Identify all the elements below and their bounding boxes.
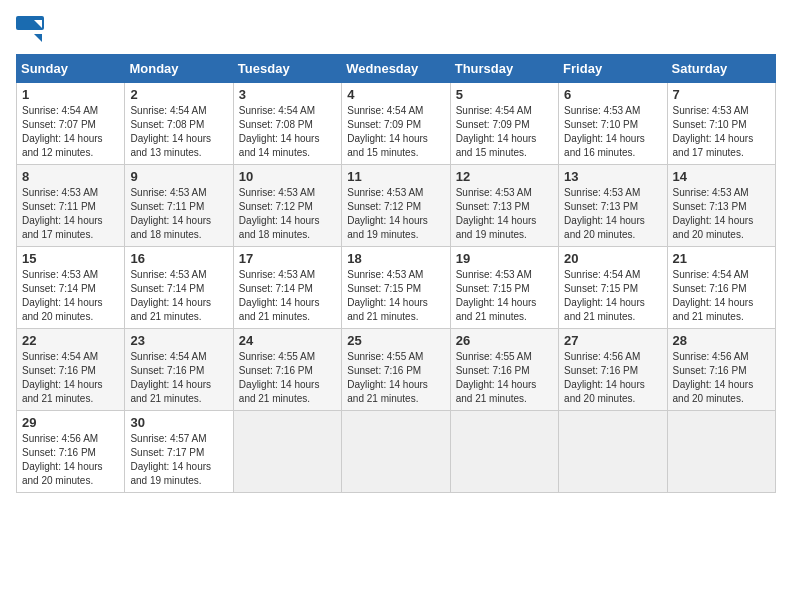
calendar-cell: 7Sunrise: 4:53 AM Sunset: 7:10 PM Daylig… <box>667 83 775 165</box>
day-info: Sunrise: 4:57 AM Sunset: 7:17 PM Dayligh… <box>130 432 227 488</box>
day-number: 3 <box>239 87 336 102</box>
calendar-cell: 20Sunrise: 4:54 AM Sunset: 7:15 PM Dayli… <box>559 247 667 329</box>
day-info: Sunrise: 4:53 AM Sunset: 7:13 PM Dayligh… <box>456 186 553 242</box>
header-day: Monday <box>125 55 233 83</box>
day-info: Sunrise: 4:54 AM Sunset: 7:16 PM Dayligh… <box>22 350 119 406</box>
calendar-week: 15Sunrise: 4:53 AM Sunset: 7:14 PM Dayli… <box>17 247 776 329</box>
day-number: 28 <box>673 333 770 348</box>
calendar-cell: 6Sunrise: 4:53 AM Sunset: 7:10 PM Daylig… <box>559 83 667 165</box>
day-info: Sunrise: 4:54 AM Sunset: 7:07 PM Dayligh… <box>22 104 119 160</box>
calendar-cell: 22Sunrise: 4:54 AM Sunset: 7:16 PM Dayli… <box>17 329 125 411</box>
day-number: 26 <box>456 333 553 348</box>
day-number: 10 <box>239 169 336 184</box>
calendar-cell: 18Sunrise: 4:53 AM Sunset: 7:15 PM Dayli… <box>342 247 450 329</box>
day-number: 25 <box>347 333 444 348</box>
calendar-cell: 9Sunrise: 4:53 AM Sunset: 7:11 PM Daylig… <box>125 165 233 247</box>
calendar-table: SundayMondayTuesdayWednesdayThursdayFrid… <box>16 54 776 493</box>
day-number: 9 <box>130 169 227 184</box>
calendar-cell: 8Sunrise: 4:53 AM Sunset: 7:11 PM Daylig… <box>17 165 125 247</box>
day-info: Sunrise: 4:53 AM Sunset: 7:15 PM Dayligh… <box>347 268 444 324</box>
day-number: 22 <box>22 333 119 348</box>
day-info: Sunrise: 4:53 AM Sunset: 7:12 PM Dayligh… <box>347 186 444 242</box>
header-day: Sunday <box>17 55 125 83</box>
calendar-cell: 26Sunrise: 4:55 AM Sunset: 7:16 PM Dayli… <box>450 329 558 411</box>
day-info: Sunrise: 4:54 AM Sunset: 7:16 PM Dayligh… <box>130 350 227 406</box>
day-number: 14 <box>673 169 770 184</box>
day-number: 7 <box>673 87 770 102</box>
day-info: Sunrise: 4:55 AM Sunset: 7:16 PM Dayligh… <box>347 350 444 406</box>
calendar-cell: 13Sunrise: 4:53 AM Sunset: 7:13 PM Dayli… <box>559 165 667 247</box>
day-number: 21 <box>673 251 770 266</box>
calendar-cell: 28Sunrise: 4:56 AM Sunset: 7:16 PM Dayli… <box>667 329 775 411</box>
calendar-cell: 29Sunrise: 4:56 AM Sunset: 7:16 PM Dayli… <box>17 411 125 493</box>
day-info: Sunrise: 4:53 AM Sunset: 7:10 PM Dayligh… <box>673 104 770 160</box>
day-info: Sunrise: 4:53 AM Sunset: 7:13 PM Dayligh… <box>564 186 661 242</box>
calendar-cell: 2Sunrise: 4:54 AM Sunset: 7:08 PM Daylig… <box>125 83 233 165</box>
header-day: Wednesday <box>342 55 450 83</box>
day-number: 23 <box>130 333 227 348</box>
calendar-cell <box>559 411 667 493</box>
day-number: 24 <box>239 333 336 348</box>
logo <box>16 16 48 44</box>
calendar-cell: 3Sunrise: 4:54 AM Sunset: 7:08 PM Daylig… <box>233 83 341 165</box>
day-info: Sunrise: 4:56 AM Sunset: 7:16 PM Dayligh… <box>22 432 119 488</box>
day-info: Sunrise: 4:53 AM Sunset: 7:14 PM Dayligh… <box>22 268 119 324</box>
day-info: Sunrise: 4:55 AM Sunset: 7:16 PM Dayligh… <box>239 350 336 406</box>
calendar-cell: 30Sunrise: 4:57 AM Sunset: 7:17 PM Dayli… <box>125 411 233 493</box>
calendar-cell <box>450 411 558 493</box>
calendar-body: 1Sunrise: 4:54 AM Sunset: 7:07 PM Daylig… <box>17 83 776 493</box>
logo-icon <box>16 16 44 44</box>
calendar-week: 1Sunrise: 4:54 AM Sunset: 7:07 PM Daylig… <box>17 83 776 165</box>
calendar-cell: 12Sunrise: 4:53 AM Sunset: 7:13 PM Dayli… <box>450 165 558 247</box>
header-day: Saturday <box>667 55 775 83</box>
day-number: 15 <box>22 251 119 266</box>
calendar-cell: 5Sunrise: 4:54 AM Sunset: 7:09 PM Daylig… <box>450 83 558 165</box>
day-number: 5 <box>456 87 553 102</box>
calendar-cell <box>233 411 341 493</box>
calendar-cell: 23Sunrise: 4:54 AM Sunset: 7:16 PM Dayli… <box>125 329 233 411</box>
day-number: 19 <box>456 251 553 266</box>
day-info: Sunrise: 4:56 AM Sunset: 7:16 PM Dayligh… <box>564 350 661 406</box>
header-day: Tuesday <box>233 55 341 83</box>
calendar-cell: 1Sunrise: 4:54 AM Sunset: 7:07 PM Daylig… <box>17 83 125 165</box>
calendar-cell <box>342 411 450 493</box>
day-number: 30 <box>130 415 227 430</box>
day-info: Sunrise: 4:54 AM Sunset: 7:09 PM Dayligh… <box>347 104 444 160</box>
calendar-cell <box>667 411 775 493</box>
calendar-cell: 25Sunrise: 4:55 AM Sunset: 7:16 PM Dayli… <box>342 329 450 411</box>
day-number: 16 <box>130 251 227 266</box>
day-info: Sunrise: 4:54 AM Sunset: 7:09 PM Dayligh… <box>456 104 553 160</box>
day-info: Sunrise: 4:53 AM Sunset: 7:13 PM Dayligh… <box>673 186 770 242</box>
day-number: 1 <box>22 87 119 102</box>
day-number: 2 <box>130 87 227 102</box>
day-info: Sunrise: 4:54 AM Sunset: 7:16 PM Dayligh… <box>673 268 770 324</box>
day-info: Sunrise: 4:55 AM Sunset: 7:16 PM Dayligh… <box>456 350 553 406</box>
calendar-cell: 17Sunrise: 4:53 AM Sunset: 7:14 PM Dayli… <box>233 247 341 329</box>
day-number: 18 <box>347 251 444 266</box>
day-number: 13 <box>564 169 661 184</box>
calendar-cell: 24Sunrise: 4:55 AM Sunset: 7:16 PM Dayli… <box>233 329 341 411</box>
calendar-cell: 14Sunrise: 4:53 AM Sunset: 7:13 PM Dayli… <box>667 165 775 247</box>
calendar-header: SundayMondayTuesdayWednesdayThursdayFrid… <box>17 55 776 83</box>
calendar-cell: 4Sunrise: 4:54 AM Sunset: 7:09 PM Daylig… <box>342 83 450 165</box>
day-info: Sunrise: 4:53 AM Sunset: 7:12 PM Dayligh… <box>239 186 336 242</box>
calendar-week: 22Sunrise: 4:54 AM Sunset: 7:16 PM Dayli… <box>17 329 776 411</box>
day-info: Sunrise: 4:54 AM Sunset: 7:08 PM Dayligh… <box>239 104 336 160</box>
header-row: SundayMondayTuesdayWednesdayThursdayFrid… <box>17 55 776 83</box>
calendar-week: 8Sunrise: 4:53 AM Sunset: 7:11 PM Daylig… <box>17 165 776 247</box>
calendar-cell: 10Sunrise: 4:53 AM Sunset: 7:12 PM Dayli… <box>233 165 341 247</box>
page-header <box>16 16 776 44</box>
day-info: Sunrise: 4:54 AM Sunset: 7:08 PM Dayligh… <box>130 104 227 160</box>
day-info: Sunrise: 4:53 AM Sunset: 7:14 PM Dayligh… <box>130 268 227 324</box>
calendar-cell: 27Sunrise: 4:56 AM Sunset: 7:16 PM Dayli… <box>559 329 667 411</box>
calendar-week: 29Sunrise: 4:56 AM Sunset: 7:16 PM Dayli… <box>17 411 776 493</box>
calendar-cell: 16Sunrise: 4:53 AM Sunset: 7:14 PM Dayli… <box>125 247 233 329</box>
day-number: 8 <box>22 169 119 184</box>
day-info: Sunrise: 4:53 AM Sunset: 7:11 PM Dayligh… <box>130 186 227 242</box>
day-info: Sunrise: 4:54 AM Sunset: 7:15 PM Dayligh… <box>564 268 661 324</box>
day-number: 12 <box>456 169 553 184</box>
calendar-cell: 15Sunrise: 4:53 AM Sunset: 7:14 PM Dayli… <box>17 247 125 329</box>
day-info: Sunrise: 4:53 AM Sunset: 7:11 PM Dayligh… <box>22 186 119 242</box>
calendar-cell: 21Sunrise: 4:54 AM Sunset: 7:16 PM Dayli… <box>667 247 775 329</box>
header-day: Friday <box>559 55 667 83</box>
